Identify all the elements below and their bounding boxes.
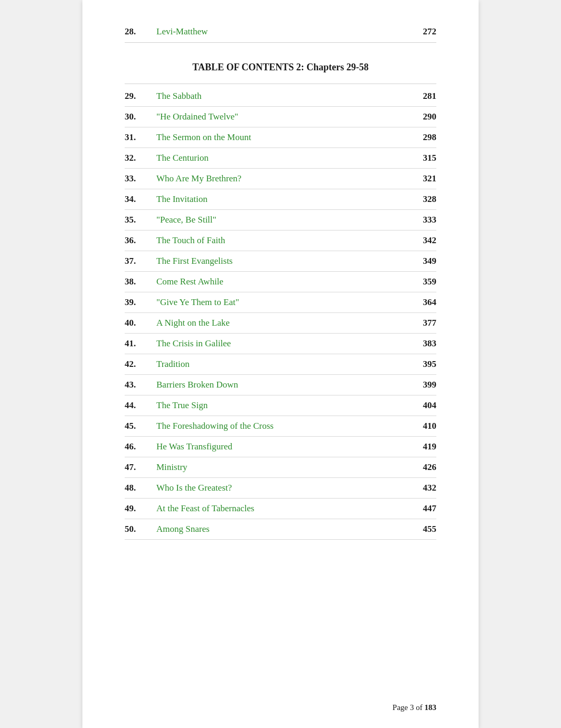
toc-entry-title[interactable]: "Give Ye Them to Eat": [156, 297, 410, 308]
toc-entry-number: 41.: [125, 338, 156, 349]
toc-entry-row: 46.He Was Transfigured419: [125, 437, 436, 457]
toc-entry-row: 29.The Sabbath281: [125, 86, 436, 107]
toc-entry-title[interactable]: Come Rest Awhile: [156, 277, 410, 287]
toc-entry-row: 38.Come Rest Awhile359: [125, 272, 436, 292]
toc-entry-title[interactable]: At the Feast of Tabernacles: [156, 503, 410, 514]
toc-entry-page-number: 455: [410, 524, 436, 535]
toc-entry-title[interactable]: The Invitation: [156, 194, 410, 205]
toc-entry-page-number: 315: [410, 153, 436, 163]
toc-entry-number: 48.: [125, 483, 156, 493]
toc-entry-number: 31.: [125, 132, 156, 143]
toc-entry-page-number: 364: [410, 297, 436, 308]
toc-entry-title[interactable]: Tradition: [156, 359, 410, 370]
toc-entry-number: 35.: [125, 215, 156, 225]
toc-entry-page-number: 349: [410, 256, 436, 266]
toc-entry-row: 47.Ministry426: [125, 457, 436, 478]
toc-entry-page-number: 377: [410, 318, 436, 328]
toc-entry-number: 50.: [125, 524, 156, 535]
footer-separator: of: [414, 703, 425, 712]
toc-entry-page-number: 432: [410, 483, 436, 493]
toc-entry-number: 33.: [125, 173, 156, 184]
toc-entry-page-number: 328: [410, 194, 436, 205]
toc-entry-row: 44.The True Sign404: [125, 395, 436, 416]
toc-entry-page-number: 399: [410, 380, 436, 390]
toc-entry-title[interactable]: Ministry: [156, 462, 410, 473]
toc-entry-page-number: 426: [410, 462, 436, 473]
toc-entry-number: 49.: [125, 503, 156, 514]
toc-entry-number: 45.: [125, 421, 156, 431]
toc-entry-row: 50.Among Snares455: [125, 519, 436, 540]
toc-entry-number: 39.: [125, 297, 156, 308]
toc-entry-number: 32.: [125, 153, 156, 163]
toc-entry-page-number: 321: [410, 173, 436, 184]
toc-entry-number: 40.: [125, 318, 156, 328]
toc-entry-title[interactable]: The Crisis in Galilee: [156, 338, 410, 349]
toc-entry-row: 39."Give Ye Them to Eat"364: [125, 292, 436, 313]
entry-number: 28.: [125, 26, 156, 37]
toc-entry-title[interactable]: The First Evangelists: [156, 256, 410, 266]
toc-entry-number: 43.: [125, 380, 156, 390]
top-entry-row: 28. Levi-Matthew 272: [125, 21, 436, 43]
toc-entry-row: 49.At the Feast of Tabernacles447: [125, 499, 436, 519]
toc-entry-row: 36.The Touch of Faith342: [125, 231, 436, 251]
footer-current-page: 3: [410, 703, 414, 712]
toc-entry-number: 36.: [125, 235, 156, 246]
toc-entry-row: 33.Who Are My Brethren?321: [125, 169, 436, 189]
footer-total-pages: 183: [425, 703, 437, 712]
toc-entry-number: 44.: [125, 400, 156, 411]
toc-entry-page-number: 447: [410, 503, 436, 514]
toc-entry-number: 42.: [125, 359, 156, 370]
toc-entry-row: 42.Tradition395: [125, 354, 436, 375]
toc-entry-title[interactable]: The Sermon on the Mount: [156, 132, 410, 143]
toc-entry-title[interactable]: Who Are My Brethren?: [156, 173, 410, 184]
toc-entry-title[interactable]: Who Is the Greatest?: [156, 483, 410, 493]
entry-page-number: 272: [410, 26, 436, 37]
toc-entry-title[interactable]: He Was Transfigured: [156, 441, 410, 452]
toc-entry-row: 30."He Ordained Twelve"290: [125, 107, 436, 127]
toc-entry-page-number: 395: [410, 359, 436, 370]
toc-entry-row: 40.A Night on the Lake377: [125, 313, 436, 334]
toc-entry-number: 30.: [125, 112, 156, 122]
toc-entry-title[interactable]: A Night on the Lake: [156, 318, 410, 328]
toc-entry-page-number: 410: [410, 421, 436, 431]
toc-entry-title[interactable]: The Centurion: [156, 153, 410, 163]
toc-entry-row: 37.The First Evangelists349: [125, 251, 436, 272]
toc-entry-title[interactable]: "Peace, Be Still": [156, 215, 410, 225]
page: 28. Levi-Matthew 272 TABLE OF CONTENTS 2…: [82, 0, 479, 728]
toc-entry-page-number: 359: [410, 277, 436, 287]
toc-entry-row: 31.The Sermon on the Mount298: [125, 127, 436, 148]
toc-entry-title[interactable]: The Sabbath: [156, 91, 410, 102]
toc-entry-number: 38.: [125, 277, 156, 287]
toc-entry-title[interactable]: Barriers Broken Down: [156, 380, 410, 390]
toc-entry-row: 34.The Invitation328: [125, 189, 436, 210]
toc-entry-title[interactable]: Among Snares: [156, 524, 410, 535]
toc-entry-title[interactable]: The Touch of Faith: [156, 235, 410, 246]
toc-entry-page-number: 298: [410, 132, 436, 143]
toc-entry-number: 34.: [125, 194, 156, 205]
toc-entry-row: 45.The Foreshadowing of the Cross410: [125, 416, 436, 437]
toc-entry-page-number: 419: [410, 441, 436, 452]
toc-entry-page-number: 281: [410, 91, 436, 102]
toc-entry-page-number: 383: [410, 338, 436, 349]
toc-entry-title[interactable]: The Foreshadowing of the Cross: [156, 421, 410, 431]
toc-entry-number: 46.: [125, 441, 156, 452]
toc-entry-number: 37.: [125, 256, 156, 266]
toc-entry-row: 48.Who Is the Greatest?432: [125, 478, 436, 499]
footer-page-label: Page: [392, 703, 410, 712]
entry-title: Levi-Matthew: [156, 26, 410, 37]
toc-entry-title[interactable]: The True Sign: [156, 400, 410, 411]
toc-entry-page-number: 290: [410, 112, 436, 122]
toc-entry-row: 43.Barriers Broken Down399: [125, 375, 436, 395]
toc-entry-row: 32.The Centurion315: [125, 148, 436, 169]
toc-entry-number: 29.: [125, 91, 156, 102]
toc-entry-page-number: 404: [410, 400, 436, 411]
page-footer: Page 3 of 183: [392, 703, 436, 712]
toc-entry-title[interactable]: "He Ordained Twelve": [156, 112, 410, 122]
toc-entry-number: 47.: [125, 462, 156, 473]
toc-list: 29.The Sabbath28130."He Ordained Twelve"…: [125, 86, 436, 540]
toc-entry-row: 35."Peace, Be Still"333: [125, 210, 436, 231]
toc-entry-page-number: 342: [410, 235, 436, 246]
toc-entry-row: 41.The Crisis in Galilee383: [125, 334, 436, 354]
toc-entry-page-number: 333: [410, 215, 436, 225]
section-header: TABLE OF CONTENTS 2: Chapters 29-58: [125, 53, 436, 84]
